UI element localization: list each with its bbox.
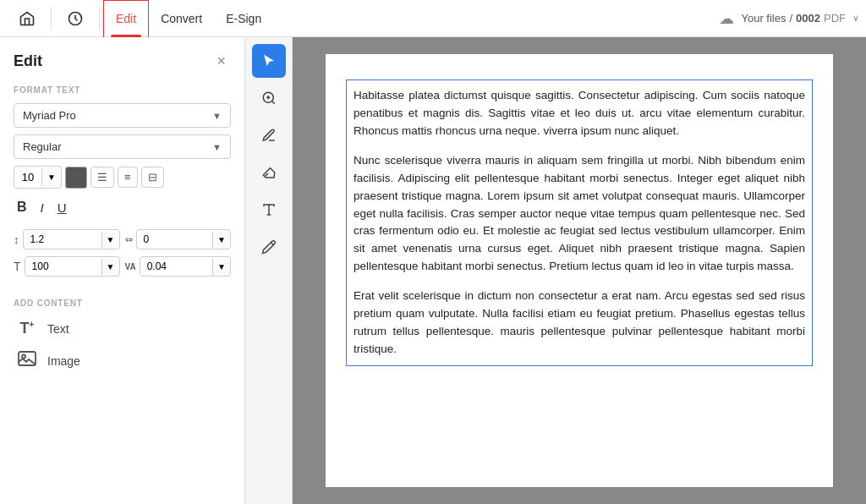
esign-button[interactable]: E-Sign — [214, 0, 273, 37]
pan-tool-button[interactable] — [252, 81, 286, 115]
char-spacing-input[interactable]: 0 ▼ — [136, 229, 232, 249]
align-button[interactable]: ⊟ — [141, 167, 164, 188]
font-style-select[interactable]: Regular ▼ — [14, 134, 231, 159]
stamp-tool-button[interactable] — [252, 230, 286, 264]
eraser-tool-button[interactable] — [252, 156, 286, 189]
font-style-row: Regular ▼ — [14, 134, 231, 159]
tracking-icon: VA — [125, 262, 136, 271]
scale-arrow[interactable]: ▼ — [101, 259, 119, 275]
pdf-area: Habitasse platea dictumst quisque sagitt… — [293, 37, 866, 504]
close-button[interactable]: × — [211, 51, 231, 72]
tracking-input[interactable]: 0.04 ▼ — [140, 256, 231, 277]
text-tool-button[interactable] — [252, 193, 286, 227]
file-dropdown-arrow[interactable]: ∨ — [852, 13, 859, 24]
pdf-text-block: Habitasse platea dictumst quisque sagitt… — [346, 79, 813, 366]
home-button[interactable] — [7, 0, 47, 37]
add-content-label: ADD CONTENT — [14, 299, 231, 308]
sidebar-title: Edit — [14, 52, 42, 70]
font-family-select[interactable]: Myriad Pro ▼ — [14, 103, 231, 128]
list-unordered-button[interactable]: ☰ — [90, 167, 114, 188]
line-spacing-icon: ↕ — [14, 233, 19, 246]
cloud-icon: ☁ — [719, 9, 734, 28]
char-spacing-icon: ⇔ — [125, 234, 133, 245]
tracking-arrow[interactable]: ▼ — [212, 259, 230, 275]
italic-button[interactable]: I — [39, 198, 46, 217]
add-content-items: T+ Text Image — [14, 316, 231, 374]
cloud-label: Your files — [741, 12, 786, 25]
line-spacing-value: 1.2 — [24, 230, 101, 249]
font-style-arrow: ▼ — [212, 142, 222, 152]
header-right: ☁ Your files / 0002 PDF ∨ — [719, 9, 859, 28]
file-type: PDF — [824, 12, 846, 25]
char-spacing-arrow[interactable]: ▼ — [212, 232, 230, 248]
font-family-value: Myriad Pro — [23, 109, 76, 122]
font-family-arrow: ▼ — [212, 111, 222, 121]
body: Edit × FORMAT TEXT Myriad Pro ▼ Regular … — [0, 37, 866, 504]
header: Edit Convert E-Sign ☁ Your files / 0002 … — [0, 0, 866, 37]
file-path: Your files / 0002 PDF — [741, 12, 846, 25]
edit-nav-wrapper: Edit — [103, 0, 149, 37]
add-content-section: ADD CONTENT T+ Text Image — [14, 299, 231, 374]
line-spacing-row: ↕ 1.2 ▼ ⇔ 0 ▼ — [14, 229, 231, 249]
home-nav-wrapper — [7, 0, 47, 37]
add-text-item[interactable]: T+ Text — [14, 316, 231, 341]
sidebar-header: Edit × — [14, 51, 231, 72]
tracking-item: VA 0.04 ▼ — [125, 256, 232, 277]
scale-icon: T — [14, 260, 21, 273]
convert-button[interactable]: Convert — [149, 0, 214, 37]
svg-rect-9 — [266, 205, 271, 206]
svg-point-2 — [22, 355, 25, 359]
line-spacing-arrow[interactable]: ▼ — [101, 232, 119, 248]
format-text-label: FORMAT TEXT — [14, 85, 231, 95]
char-spacing-item: ⇔ 0 ▼ — [125, 229, 232, 249]
add-image-item[interactable]: Image — [14, 348, 231, 374]
edit-button[interactable]: Edit — [104, 0, 148, 37]
nav-divider-2 — [99, 7, 100, 30]
font-style-value: Regular — [23, 140, 62, 153]
pdf-paragraph-1: Habitasse platea dictumst quisque sagitt… — [354, 87, 805, 140]
font-size-value: 10 — [14, 167, 41, 188]
format-row: 10 ▼ ☰ ≡ ⊟ — [14, 166, 231, 189]
toolbar-strip — [245, 37, 293, 504]
text-style-row: B I U — [14, 197, 231, 217]
color-swatch[interactable] — [65, 167, 87, 189]
pdf-paragraph-3: Erat velit scelerisque in dictum non con… — [354, 288, 805, 359]
line-spacing-input[interactable]: 1.2 ▼ — [23, 229, 120, 249]
svg-line-4 — [271, 101, 274, 103]
font-family-row: Myriad Pro ▼ — [14, 103, 231, 128]
pdf-paragraph-2: Nunc scelerisque viverra mauris in aliqu… — [354, 152, 805, 276]
nav-bar: Edit Convert E-Sign — [7, 0, 273, 37]
add-image-icon — [15, 351, 39, 370]
char-spacing-value: 0 — [137, 230, 213, 249]
file-separator: / — [789, 12, 792, 25]
history-button[interactable] — [55, 0, 96, 37]
add-text-label: Text — [47, 322, 69, 336]
font-size-select[interactable]: 10 ▼ — [14, 166, 62, 189]
scale-item: T 100 ▼ — [14, 256, 120, 277]
scale-value: 100 — [25, 257, 101, 276]
select-tool-button[interactable] — [252, 44, 286, 78]
file-number: 0002 — [796, 12, 820, 25]
font-size-arrow[interactable]: ▼ — [41, 168, 61, 186]
add-text-icon: T+ — [15, 320, 39, 337]
underline-button[interactable]: U — [56, 198, 69, 217]
tracking-value: 0.04 — [140, 257, 212, 276]
nav-divider-1 — [51, 7, 52, 30]
scale-tracking-row: T 100 ▼ VA 0.04 ▼ — [14, 256, 231, 277]
bold-button[interactable]: B — [15, 197, 29, 217]
add-image-label: Image — [47, 354, 80, 368]
sidebar: Edit × FORMAT TEXT Myriad Pro ▼ Regular … — [0, 37, 245, 504]
pdf-page: Habitasse platea dictumst quisque sagitt… — [326, 54, 833, 487]
scale-input[interactable]: 100 ▼ — [25, 256, 120, 277]
pen-tool-button[interactable] — [252, 118, 286, 152]
line-spacing-item: ↕ 1.2 ▼ — [14, 229, 120, 249]
list-ordered-button[interactable]: ≡ — [118, 167, 138, 188]
